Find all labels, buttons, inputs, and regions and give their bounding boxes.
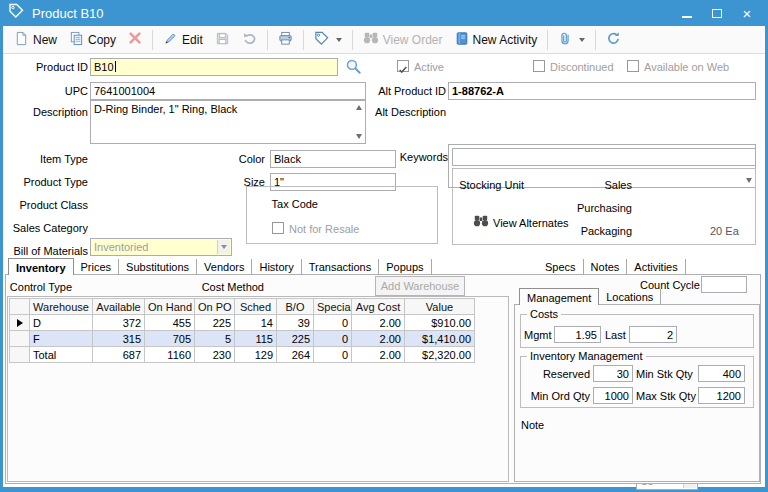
tab-inventory[interactable]: Inventory (8, 258, 74, 275)
col-sched[interactable]: Sched (235, 299, 277, 315)
col-on-hand[interactable]: On Hand (145, 299, 195, 315)
minimize-button[interactable] (672, 0, 702, 26)
cell: F (30, 331, 93, 347)
table-row-total[interactable]: Total 687 1160 230 129 264 0 2.00 $2,320… (10, 347, 475, 363)
table-header-row: Warehouse Available On Hand On PO Sched … (10, 299, 475, 315)
pencil-icon (163, 31, 178, 49)
min-stk-qty-field[interactable]: 400 (698, 365, 745, 382)
text-cursor (115, 61, 116, 72)
col-bo[interactable]: B/O (277, 299, 314, 315)
tax-code-label: Tax Code (258, 195, 318, 213)
color-field[interactable]: Black (270, 150, 396, 168)
product-id-value: B10 (94, 61, 114, 73)
product-tag-icon (8, 3, 24, 23)
tab-notes[interactable]: Notes (584, 259, 628, 275)
max-stk-qty-field[interactable]: 1200 (698, 387, 745, 404)
maximize-button[interactable] (702, 0, 732, 26)
new-button[interactable]: New (9, 28, 62, 52)
keywords-field[interactable] (452, 148, 756, 166)
table-row-f[interactable]: F 315 705 5 115 225 0 2.00 $1,410.00 (10, 331, 475, 347)
scroll-down-icon[interactable] (356, 134, 362, 139)
item-type-value: Inventoried (94, 241, 148, 253)
save-disk-icon (215, 31, 230, 49)
last-cost-field[interactable]: 2 (629, 326, 677, 343)
new-activity-button[interactable]: New Activity (450, 28, 543, 52)
active-checkbox[interactable] (397, 60, 409, 72)
delete-button[interactable] (123, 28, 147, 51)
reserved-field[interactable]: 30 (593, 365, 633, 382)
tab-management[interactable]: Management (519, 288, 599, 305)
tab-specs[interactable]: Specs (538, 259, 584, 275)
upc-field[interactable]: 7641001004 (90, 82, 366, 100)
tab-vendors[interactable]: Vendors (197, 259, 252, 275)
tab-history[interactable]: History (252, 259, 301, 275)
print-button[interactable] (273, 28, 298, 52)
col-value[interactable]: Value (405, 299, 475, 315)
chevron-down-icon (579, 38, 585, 42)
tab-popups[interactable]: Popups (379, 259, 431, 275)
tab-activities[interactable]: Activities (627, 259, 685, 275)
col-on-po[interactable]: On PO (195, 299, 235, 315)
window-title: Product B10 (32, 6, 104, 21)
client-area: New Copy Edit (3, 26, 765, 487)
undo-button[interactable] (237, 28, 262, 52)
tab-prices[interactable]: Prices (74, 259, 120, 275)
toolbar-separator (595, 30, 596, 50)
refresh-button[interactable] (601, 28, 626, 52)
col-available[interactable]: Available (93, 299, 145, 315)
new-page-icon (14, 31, 29, 49)
alt-product-id-field[interactable]: 1-88762-A (448, 82, 756, 100)
attachment-menu-button[interactable] (553, 28, 590, 52)
side-tabstrip: Specs Notes Activities (538, 258, 686, 275)
close-button[interactable]: × (732, 0, 762, 26)
management-tabstrip: Management Locations (519, 288, 661, 305)
binoculars-icon (363, 31, 379, 48)
cell: 225 (195, 315, 235, 331)
copy-icon (69, 31, 84, 49)
tab-transactions[interactable]: Transactions (302, 259, 380, 275)
add-warehouse-button[interactable]: Add Warehouse (375, 276, 465, 296)
min-ord-qty-field[interactable]: 1000 (593, 387, 633, 404)
search-icon[interactable] (345, 58, 362, 79)
reserved-label: Reserved (520, 365, 590, 383)
stocking-unit-label: Stocking Unit (454, 176, 524, 194)
available-on-web-checkbox[interactable] (627, 60, 639, 72)
product-id-field[interactable]: B10 (90, 58, 338, 76)
copy-button[interactable]: Copy (64, 28, 121, 52)
not-for-resale-checkbox[interactable] (272, 222, 284, 234)
cell: 455 (145, 315, 195, 331)
cell: 0 (314, 347, 352, 363)
delete-x-icon (128, 31, 142, 48)
col-special[interactable]: Special (314, 299, 352, 315)
cell: $1,410.00 (405, 331, 475, 347)
refresh-icon (606, 31, 621, 49)
toolbar-separator (152, 30, 153, 50)
cell: $2,320.00 (405, 347, 475, 363)
cell: 705 (145, 331, 195, 347)
col-warehouse[interactable]: Warehouse (30, 299, 93, 315)
table-row-d[interactable]: D 372 455 225 14 39 0 2.00 $910.00 (10, 315, 475, 331)
item-type-select[interactable]: Inventoried (90, 238, 232, 256)
discontinued-checkbox[interactable] (533, 60, 545, 72)
new-button-label: New (33, 33, 57, 47)
col-avg-cost[interactable]: Avg Cost (352, 299, 405, 315)
cell: 264 (277, 347, 314, 363)
costs-legend: Costs (527, 308, 561, 320)
description-textarea[interactable]: D-Ring Binder, 1" Ring, Black (90, 100, 366, 144)
cell: 315 (93, 331, 145, 347)
count-cycle-field[interactable] (701, 276, 747, 293)
view-order-button[interactable]: View Order (358, 28, 448, 51)
cost-method-label: Cost Method (198, 278, 264, 296)
scroll-up-icon[interactable] (356, 105, 362, 110)
save-button[interactable] (210, 28, 235, 52)
row-indicator (10, 331, 30, 347)
view-order-label: View Order (383, 33, 443, 47)
cell: Total (30, 347, 93, 363)
tab-locations[interactable]: Locations (599, 289, 661, 305)
max-stk-qty-label: Max Stk Qty (636, 387, 692, 405)
edit-button[interactable]: Edit (158, 28, 208, 52)
tag-menu-button[interactable] (309, 28, 347, 52)
view-alternates-link[interactable]: View Alternates (493, 214, 583, 232)
mgmt-cost-field[interactable]: 1.95 (554, 326, 601, 343)
tab-substitutions[interactable]: Substitutions (119, 259, 197, 275)
